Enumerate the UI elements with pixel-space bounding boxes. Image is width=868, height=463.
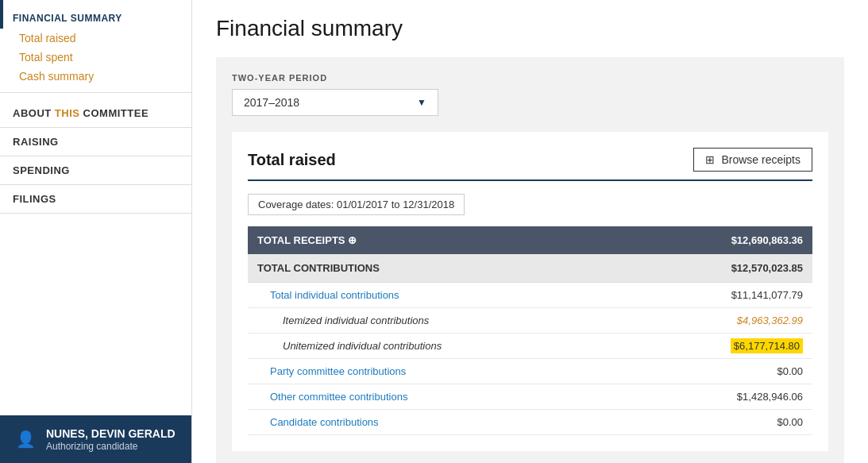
financial-table: TOTAL RECEIPTS ⊕ $12,690,863.36 TOTAL CO…: [248, 226, 812, 435]
other-committee-label[interactable]: Other committee contributions: [248, 384, 638, 410]
party-committee-label[interactable]: Party committee contributions: [248, 359, 638, 384]
total-contributions-label: TOTAL CONTRIBUTIONS: [248, 254, 638, 283]
coverage-badge: Coverage dates: 01/01/2017 to 12/31/2018: [248, 194, 465, 215]
main-content: Financial summary TWO-YEAR PERIOD 2017–2…: [192, 0, 868, 463]
other-committee-value: $1,428,946.06: [638, 384, 812, 410]
itemized-label: Itemized individual contributions: [248, 308, 638, 334]
browse-receipts-button[interactable]: ⊞ Browse receipts: [693, 148, 812, 172]
content-area: TWO-YEAR PERIOD 2017–2018 ▼ Total raised…: [216, 57, 844, 463]
table-row: Party committee contributions $0.00: [248, 359, 812, 384]
candidate-contributions-value: $0.00: [638, 410, 812, 435]
sidebar-link-total-spent[interactable]: Total spent: [0, 48, 191, 67]
unitemized-value: $6,177,714.80: [638, 334, 812, 359]
table-icon: ⊞: [705, 153, 715, 166]
sidebar-candidate[interactable]: 👤 NUNES, DEVIN GERALD Authorizing candid…: [0, 415, 191, 463]
section-total-raised: Total raised ⊞ Browse receipts Coverage …: [232, 132, 828, 451]
individual-contributions-value: $11,141,077.79: [638, 283, 812, 308]
sidebar-item-about[interactable]: ABOUT THIS COMMITTEE: [0, 99, 191, 128]
individual-contributions-link[interactable]: Total individual contributions: [270, 289, 399, 301]
sidebar-item-raising[interactable]: RAISING: [0, 128, 191, 156]
party-committee-value: $0.00: [638, 359, 812, 384]
browse-receipts-label: Browse receipts: [721, 153, 800, 166]
individual-contributions-label[interactable]: Total individual contributions: [248, 283, 638, 308]
sidebar-divider-1: [0, 92, 191, 93]
table-row: Itemized individual contributions $4,963…: [248, 308, 812, 334]
sidebar-about-highlight: THIS: [55, 107, 80, 119]
section-header-row: Total raised ⊞ Browse receipts: [248, 148, 812, 181]
dropdown-arrow-icon: ▼: [417, 97, 426, 108]
table-row: Candidate contributions $0.00: [248, 410, 812, 435]
unitemized-highlight: $6,177,714.80: [731, 338, 803, 353]
itemized-value: $4,963,362.99: [638, 308, 812, 334]
candidate-contributions-link[interactable]: Candidate contributions: [270, 416, 379, 428]
sidebar-link-total-raised[interactable]: Total raised: [0, 29, 191, 48]
sidebar-financial-summary-header: FINANCIAL SUMMARY: [0, 0, 191, 29]
table-row: Other committee contributions $1,428,946…: [248, 384, 812, 410]
other-committee-link[interactable]: Other committee contributions: [270, 391, 407, 403]
table-row: Unitemized individual contributions $6,1…: [248, 334, 812, 359]
period-value: 2017–2018: [244, 96, 299, 109]
sidebar: FINANCIAL SUMMARY Total raised Total spe…: [0, 0, 192, 463]
total-receipts-value: $12,690,863.36: [638, 226, 812, 254]
sidebar-item-spending[interactable]: SPENDING: [0, 156, 191, 185]
page-title: Financial summary: [216, 16, 844, 41]
total-contributions-value: $12,570,023.85: [638, 254, 812, 283]
candidate-name: NUNES, DEVIN GERALD: [46, 426, 176, 441]
candidate-info: NUNES, DEVIN GERALD Authorizing candidat…: [46, 426, 176, 452]
sidebar-link-cash-summary[interactable]: Cash summary: [0, 67, 191, 86]
total-receipts-label: TOTAL RECEIPTS ⊕: [248, 226, 638, 254]
table-row: TOTAL CONTRIBUTIONS $12,570,023.85: [248, 254, 812, 283]
table-row: TOTAL RECEIPTS ⊕ $12,690,863.36: [248, 226, 812, 254]
unitemized-label: Unitemized individual contributions: [248, 334, 638, 359]
period-select[interactable]: 2017–2018 ▼: [232, 89, 438, 116]
table-row: Total individual contributions $11,141,0…: [248, 283, 812, 308]
candidate-contributions-label[interactable]: Candidate contributions: [248, 410, 638, 435]
sidebar-item-filings[interactable]: FILINGS: [0, 185, 191, 214]
section-title: Total raised: [248, 151, 336, 169]
candidate-role: Authorizing candidate: [46, 441, 176, 452]
period-label: TWO-YEAR PERIOD: [232, 73, 828, 83]
party-committee-link[interactable]: Party committee contributions: [270, 365, 406, 377]
candidate-avatar-icon: 👤: [13, 426, 38, 452]
